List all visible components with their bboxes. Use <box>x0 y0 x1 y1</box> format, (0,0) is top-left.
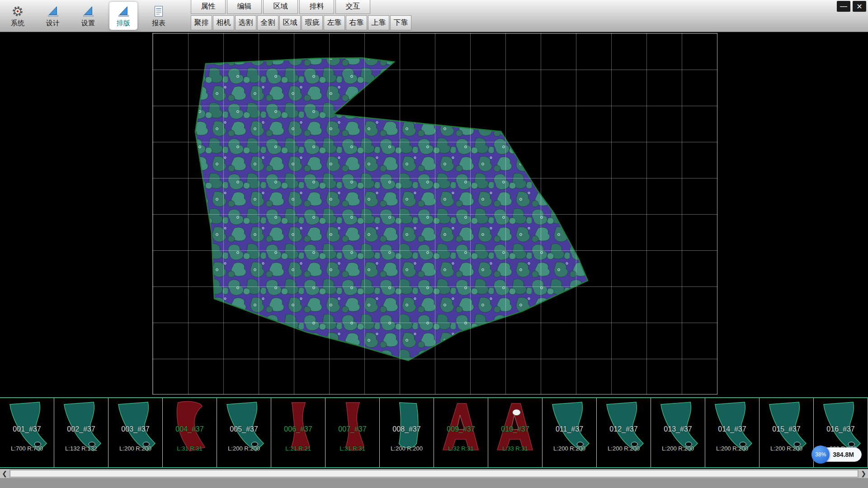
piece-name: 012_#37 <box>597 425 651 433</box>
piece-lr: L:31 R:31 <box>163 445 217 452</box>
piece-name: 016_#37 <box>814 425 868 433</box>
menu-tabs: 属性编辑区域排料交互 <box>191 0 411 14</box>
piece-name: 011_#37 <box>542 425 596 433</box>
toolbar-button-design[interactable]: 设计 <box>39 2 67 30</box>
layout-icon <box>117 5 130 18</box>
piece-cell[interactable]: 014_#37L:200 R:200 <box>705 398 760 467</box>
design-icon <box>46 5 60 18</box>
piece-lr: L:200 R:200 <box>217 445 271 452</box>
tool-buttons: 聚排相机选割全割区域瑕疵左靠右靠上靠下靠 <box>191 15 411 30</box>
piece-lr: L:33 R:31 <box>488 445 542 452</box>
tool-button-9[interactable]: 下靠 <box>390 15 411 30</box>
piece-name: 001_#37 <box>0 425 54 433</box>
pieces-strip: 001_#37L:700 R:700002_#37L:132 R:132003_… <box>0 397 868 468</box>
menu-tab-2[interactable]: 区域 <box>263 0 298 14</box>
main-toolbar: 系统设计设置排版报表 <box>4 1 173 31</box>
piece-name: 010_#37 <box>488 425 542 433</box>
piece-name: 007_#37 <box>326 425 379 433</box>
piece-cell[interactable]: 013_#37L:200 R:200 <box>651 398 705 467</box>
menu-tab-0[interactable]: 属性 <box>191 0 226 14</box>
tool-button-5[interactable]: 瑕疵 <box>302 15 323 30</box>
status-float: 38% 384.8M <box>811 446 862 464</box>
toolbar-button-label: 设计 <box>46 19 60 28</box>
toolbar-button-layout[interactable]: 排版 <box>109 2 137 30</box>
piece-cell[interactable]: 011_#37L:200 R:200 <box>542 398 597 467</box>
menu-tab-4[interactable]: 交互 <box>335 0 370 14</box>
piece-cell[interactable]: 008_#37L:200 R:200 <box>380 398 434 467</box>
menu-block: 属性编辑区域排料交互 聚排相机选割全割区域瑕疵左靠右靠上靠下靠 <box>191 0 411 30</box>
piece-lr: L:200 R:200 <box>380 445 434 452</box>
tool-button-8[interactable]: 上靠 <box>368 15 389 30</box>
settings-icon <box>81 5 95 18</box>
window-controls: — ✕ <box>837 1 866 12</box>
piece-name: 004_#37 <box>163 425 217 433</box>
tool-button-7[interactable]: 右靠 <box>346 15 367 30</box>
piece-cell[interactable]: 006_#37L:21 R:21 <box>271 398 326 467</box>
tool-button-6[interactable]: 左靠 <box>324 15 345 30</box>
piece-lr: L:31 R:31 <box>326 445 379 452</box>
tool-button-1[interactable]: 相机 <box>213 15 234 30</box>
piece-cell[interactable]: 004_#37L:31 R:31 <box>163 398 217 467</box>
piece-lr: L:21 R:21 <box>271 445 325 452</box>
close-button[interactable]: ✕ <box>853 1 866 12</box>
piece-cell[interactable]: 002_#37L:132 R:132 <box>54 398 108 467</box>
piece-cell[interactable]: 010_#37L:33 R:31 <box>488 398 542 467</box>
piece-lr: L:132 R:132 <box>54 445 108 452</box>
menu-tab-1[interactable]: 编辑 <box>227 0 262 14</box>
piece-name: 014_#37 <box>705 425 759 433</box>
piece-cell[interactable]: 005_#37L:200 R:200 <box>217 398 271 467</box>
piece-cell[interactable]: 001_#37L:700 R:700 <box>0 398 54 467</box>
scroll-left-arrow[interactable]: ❮ <box>0 469 9 478</box>
menu-tab-3[interactable]: 排料 <box>299 0 334 14</box>
piece-name: 009_#37 <box>434 425 488 433</box>
piece-cell[interactable]: 012_#37L:200 R:200 <box>597 398 651 467</box>
piece-cell[interactable]: 015_#37L:200 R:200 <box>760 398 814 467</box>
piece-name: 003_#37 <box>108 425 162 433</box>
tool-button-4[interactable]: 区域 <box>279 15 301 30</box>
toolbar-button-settings[interactable]: 设置 <box>74 2 102 30</box>
piece-cell[interactable]: 003_#37L:200 R:200 <box>108 398 163 467</box>
piece-lr: L:200 R:200 <box>597 445 651 452</box>
piece-name: 002_#37 <box>54 425 108 433</box>
piece-lr: L:32 R:31 <box>434 445 488 452</box>
nesting-canvas[interactable] <box>0 32 868 397</box>
piece-lr: L:200 R:200 <box>760 445 813 452</box>
leather-hide-shape[interactable] <box>0 32 868 397</box>
piece-cell[interactable]: 007_#37L:31 R:31 <box>326 398 380 467</box>
toolbar-button-label: 系统 <box>11 19 24 28</box>
piece-name: 006_#37 <box>271 425 325 433</box>
hide-outline[interactable] <box>195 58 588 361</box>
toolbar-button-report[interactable]: 报表 <box>145 2 173 30</box>
piece-name: 013_#37 <box>651 425 705 433</box>
piece-lr: L:200 R:200 <box>705 445 759 452</box>
top-toolbar: 系统设计设置排版报表 属性编辑区域排料交互 聚排相机选割全割区域瑕疵左靠右靠上靠… <box>0 0 868 32</box>
piece-lr: L:200 R:200 <box>542 445 596 452</box>
toolbar-button-label: 设置 <box>81 19 95 28</box>
bottom-filler <box>0 478 868 488</box>
gear-icon <box>11 5 24 18</box>
scroll-right-arrow[interactable]: ❯ <box>859 469 868 478</box>
piece-cell[interactable]: 009_#37L:32 R:31 <box>434 398 488 467</box>
tool-button-0[interactable]: 聚排 <box>191 15 212 30</box>
piece-name: 008_#37 <box>380 425 434 433</box>
report-icon <box>152 5 165 18</box>
tool-button-3[interactable]: 全割 <box>257 15 278 30</box>
piece-lr: L:200 R:200 <box>651 445 705 452</box>
app-window: 系统设计设置排版报表 属性编辑区域排料交互 聚排相机选割全割区域瑕疵左靠右靠上靠… <box>0 0 868 488</box>
scrollbar-thumb[interactable] <box>10 470 858 477</box>
horizontal-scrollbar[interactable]: ❮ ❯ <box>0 469 868 478</box>
minimize-button[interactable]: — <box>837 1 850 12</box>
toolbar-button-label: 报表 <box>152 19 165 28</box>
piece-name: 005_#37 <box>217 425 271 433</box>
toolbar-button-label: 排版 <box>117 19 130 28</box>
piece-name: 015_#37 <box>760 425 813 433</box>
toolbar-button-gear[interactable]: 系统 <box>4 2 32 30</box>
piece-lr: L:700 R:700 <box>0 445 54 452</box>
piece-lr: L:200 R:200 <box>108 445 162 452</box>
tool-button-2[interactable]: 选割 <box>235 15 256 30</box>
